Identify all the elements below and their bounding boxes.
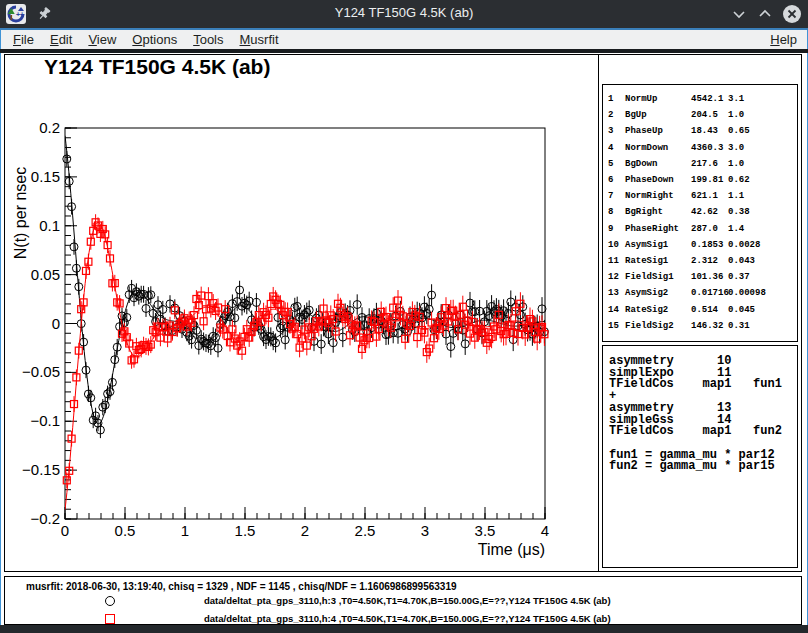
x-tick-label: 3.5 [475, 522, 496, 539]
parameter-row: 4NormDown4360.33.0 [603, 140, 797, 156]
fit-curve [65, 136, 545, 424]
parameter-row: 9PhaseRight287.01.4 [603, 221, 797, 237]
parameter-row: 11RateSig12.3120.043 [603, 253, 797, 269]
window-title: Y124 TF150G 4.5K (ab) [0, 5, 808, 20]
x-tick-label: 4 [541, 522, 549, 539]
menubar-items: FileEditViewOptionsToolsMusrfit [5, 31, 287, 48]
theory-box: asymmetry 10 simplExpo 11 TFieldCos map1… [602, 345, 798, 568]
menu-item-file[interactable]: File [5, 31, 42, 48]
y-tick-label: −0.2 [30, 510, 60, 527]
info-pad: musrfit: 2018-06-30, 13:19:40, chisq = 1… [4, 576, 802, 625]
parameter-row: 14RateSig20.5140.045 [603, 302, 797, 318]
y-tick-label: −0.15 [22, 461, 60, 478]
fit-info-line: musrfit: 2018-06-30, 13:19:40, chisq = 1… [26, 581, 457, 592]
parameter-row: 13AsymSig20.017160.00098 [603, 285, 797, 301]
parameter-row: 12FieldSig1101.360.37 [603, 269, 797, 285]
x-tick-label: 1.5 [235, 522, 256, 539]
maximize-button[interactable] [756, 5, 774, 27]
y-axis [65, 128, 77, 519]
parameter-row: 8BgRight42.620.38 [603, 204, 797, 220]
menu-item-options[interactable]: Options [124, 31, 185, 48]
y-tick-label: 0.15 [31, 168, 60, 185]
menu-item-musrfit[interactable]: Musrfit [232, 31, 287, 48]
parameter-row: 2BgUp204.51.0 [603, 107, 797, 123]
menu-item-view[interactable]: View [80, 31, 124, 48]
asymmetry-plot[interactable]: 00.511.522.533.54−0.2−0.15−0.1−0.0500.05… [0, 50, 600, 580]
y-tick-label: 0.05 [31, 266, 60, 283]
menu-item-tools[interactable]: Tools [185, 31, 231, 48]
legend-entry-label: data/deltat_pta_gps_3110,h:3 ,T0=4.50K,T… [204, 595, 611, 606]
parameter-row: 7NormRight621.11.1 [603, 188, 797, 204]
theory-text: asymmetry 10 simplExpo 11 TFieldCos map1… [609, 356, 797, 473]
parameter-row: 5BgDown217.61.0 [603, 156, 797, 172]
x-axis [65, 507, 545, 519]
application-window: ++ Y124 TF150G 4.5K (ab) [0, 0, 808, 633]
x-tick-label: 0.5 [115, 522, 136, 539]
window-bottom-frame [0, 625, 808, 633]
square-marker-icon [105, 614, 115, 624]
parameter-row: 3PhaseUp18.430.65 [603, 123, 797, 139]
minimize-button[interactable] [730, 5, 748, 27]
series-h4 [63, 214, 548, 509]
parameter-row: 6PhaseDown199.810.62 [603, 172, 797, 188]
circle-marker-icon [105, 596, 115, 606]
series-h3 [63, 136, 549, 438]
y-axis-title: N(t) per nsec [12, 167, 29, 259]
parameter-row: 1NormUp4542.13.1 [603, 91, 797, 107]
menubar-help: Help [762, 31, 807, 48]
legend-entries: data/deltat_pta_gps_3110,h:3 ,T0=4.50K,T… [5, 592, 801, 628]
menu-item-help[interactable]: Help [762, 31, 805, 48]
y-tick-label: 0 [52, 315, 60, 332]
titlebar: ++ Y124 TF150G 4.5K (ab) [0, 0, 808, 28]
y-tick-label: −0.1 [30, 412, 60, 429]
close-button[interactable] [782, 4, 802, 28]
x-tick-label: 2.5 [355, 522, 376, 539]
plot-frame [65, 128, 545, 519]
y-tick-label: 0.2 [39, 119, 60, 136]
x-tick-label: 1 [181, 522, 189, 539]
parameter-row: 15FieldSig2146.320.31 [603, 318, 797, 334]
fit-curve [65, 223, 545, 510]
y-tick-label: −0.05 [22, 363, 60, 380]
parameter-table: 1NormUp4542.13.12BgUp204.51.03PhaseUp18.… [602, 84, 798, 342]
legend-entry: data/deltat_pta_gps_3110,h:3 ,T0=4.50K,T… [5, 592, 801, 610]
x-tick-label: 0 [61, 522, 69, 539]
menu-item-edit[interactable]: Edit [42, 31, 80, 48]
legend-entry-label: data/deltat_pta_gps_3110,h:4 ,T0=4.50K,T… [204, 613, 611, 624]
x-tick-label: 3 [421, 522, 429, 539]
x-axis-title: Time (μs) [478, 541, 545, 558]
y-tick-label: 0.1 [39, 217, 60, 234]
x-tick-label: 2 [301, 522, 309, 539]
menubar: FileEditViewOptionsToolsMusrfit Help [1, 30, 807, 49]
parameter-row: 10AsymSig10.18530.0028 [603, 237, 797, 253]
